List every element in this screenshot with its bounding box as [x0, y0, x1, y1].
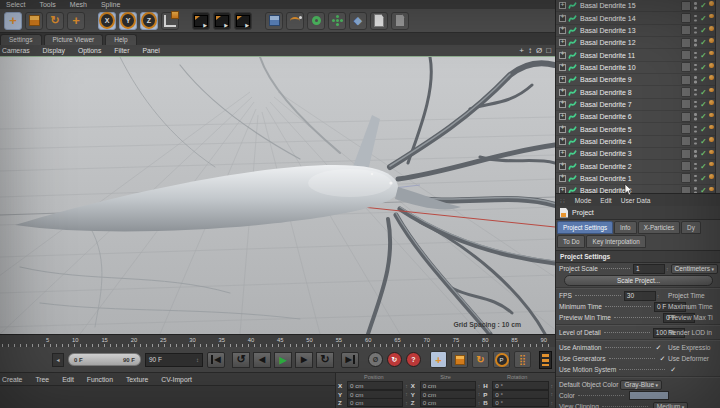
visibility-dots-icon[interactable]: [693, 186, 697, 193]
expand-icon[interactable]: [559, 2, 566, 9]
render-settings-button[interactable]: [234, 12, 252, 30]
menu-item[interactable]: Mesh: [70, 0, 87, 9]
play-button[interactable]: ▶: [274, 352, 292, 368]
use-animation-checkbox[interactable]: ✓: [656, 344, 662, 352]
value-stepper-icon[interactable]: ↕: [551, 391, 554, 397]
value-stepper-icon[interactable]: ↕: [478, 400, 481, 406]
enable-toggle[interactable]: ✓: [699, 26, 708, 35]
timeline-ruler[interactable]: 51015202530354045505560657075808590: [0, 334, 555, 347]
dolly-view-icon[interactable]: ↕: [528, 46, 532, 56]
editor-visibility-dot[interactable]: [709, 150, 714, 155]
visibility-dots-icon[interactable]: [693, 100, 697, 109]
editor-visibility-dot[interactable]: [709, 113, 714, 118]
visibility-dots-icon[interactable]: [693, 1, 697, 10]
enable-toggle[interactable]: ✓: [699, 63, 708, 72]
value-stepper-icon[interactable]: ↕: [551, 383, 554, 389]
layer-icon[interactable]: [681, 38, 691, 48]
visibility-dots-icon[interactable]: [693, 125, 697, 134]
editor-visibility-dot[interactable]: [709, 187, 714, 192]
object-row[interactable]: Basal Dendrite 12 ✓: [556, 37, 720, 49]
axis-lock-button[interactable]: Z: [140, 12, 158, 30]
autokey-time-button[interactable]: ↻: [387, 352, 402, 367]
material-menu-item[interactable]: Function: [87, 376, 113, 383]
expand-icon[interactable]: [559, 15, 566, 22]
section-header[interactable]: Project Settings: [556, 250, 720, 263]
visibility-dots-icon[interactable]: [693, 137, 697, 146]
material-menu-item[interactable]: Edit: [62, 376, 74, 383]
material-menu-item[interactable]: Create: [2, 376, 22, 383]
enable-toggle[interactable]: ✓: [699, 88, 708, 97]
visibility-dots-icon[interactable]: [693, 75, 697, 84]
unit-dropdown[interactable]: Centimeters: [671, 264, 718, 274]
array-generator-button[interactable]: [328, 12, 346, 30]
expand-icon[interactable]: [559, 150, 566, 157]
attribute-tab[interactable]: X-Particles: [638, 221, 680, 234]
value-stepper-icon[interactable]: ↕: [657, 293, 660, 299]
editor-visibility-dot[interactable]: [709, 26, 714, 31]
layer-icon[interactable]: [681, 149, 691, 159]
value-stepper-icon[interactable]: ↕: [478, 391, 481, 397]
fps-field[interactable]: 30: [624, 291, 656, 301]
enable-toggle[interactable]: ✓: [699, 38, 708, 47]
previous-frame-button[interactable]: ◀: [253, 352, 271, 368]
expand-icon[interactable]: [559, 175, 566, 182]
axis-lock-button[interactable]: X: [98, 12, 116, 30]
enable-toggle[interactable]: ✓: [699, 137, 708, 146]
layer-icon[interactable]: [681, 124, 691, 134]
om-menu-item[interactable]: Edit: [600, 197, 611, 204]
enable-toggle[interactable]: ✓: [699, 112, 708, 121]
object-row[interactable]: Basal Dendrite 2 ✓: [556, 160, 720, 172]
help-button[interactable]: ?: [406, 352, 421, 367]
expand-icon[interactable]: [559, 113, 566, 120]
editor-visibility-dot[interactable]: [709, 63, 714, 68]
enable-toggle[interactable]: ✓: [699, 149, 708, 158]
play-backwards-button[interactable]: ↺: [232, 352, 250, 368]
visibility-dots-icon[interactable]: [693, 88, 697, 97]
enable-toggle[interactable]: ✓: [699, 100, 708, 109]
object-row[interactable]: Basal Dendrite 0 ✓: [556, 185, 720, 193]
layer-icon[interactable]: [681, 99, 691, 109]
value-stepper-icon[interactable]: ↕: [478, 383, 481, 389]
expand-icon[interactable]: [559, 126, 566, 133]
viewport-menu-item[interactable]: Display: [43, 47, 65, 54]
editor-visibility-dot[interactable]: [709, 162, 714, 167]
object-row[interactable]: Basal Dendrite 14 ✓: [556, 12, 720, 24]
object-manager-scrollbar[interactable]: [715, 0, 720, 193]
value-stepper-icon[interactable]: ↕: [405, 400, 408, 406]
coordinate-value-field[interactable]: 0 cm: [420, 398, 476, 407]
editor-visibility-dot[interactable]: [709, 1, 714, 6]
viewport-menu-item[interactable]: Filter: [114, 47, 129, 54]
visibility-dots-icon[interactable]: [693, 162, 697, 171]
add-cube-button[interactable]: [265, 12, 283, 30]
visibility-dots-icon[interactable]: [693, 174, 697, 183]
attribute-tab[interactable]: To Do: [557, 235, 585, 248]
menu-item[interactable]: Select: [6, 0, 25, 9]
expand-icon[interactable]: [559, 52, 566, 59]
goto-end-button[interactable]: ▶: [341, 352, 359, 368]
range-stepper[interactable]: ◂: [52, 353, 64, 367]
timeline-palette-icon[interactable]: [539, 351, 552, 369]
maximize-view-icon[interactable]: □: [546, 46, 551, 56]
value-stepper-icon[interactable]: ↕: [405, 391, 408, 397]
spline-pen-button[interactable]: [286, 12, 304, 30]
attribute-tab[interactable]: Info: [614, 221, 637, 234]
editor-visibility-dot[interactable]: [709, 75, 714, 80]
expand-icon[interactable]: [559, 76, 566, 83]
preview-range-slider[interactable]: 0 F 90 F: [68, 353, 141, 366]
project-scale-field[interactable]: 1: [633, 264, 665, 274]
zoom-view-icon[interactable]: Ø: [536, 46, 542, 56]
enable-toggle[interactable]: ✓: [699, 162, 708, 171]
expand-icon[interactable]: [559, 89, 566, 96]
layer-icon[interactable]: [681, 161, 691, 171]
render-picture-viewer-button[interactable]: [213, 12, 231, 30]
layer-icon[interactable]: [681, 87, 691, 97]
material-manager-area[interactable]: [0, 386, 335, 408]
coordinate-system-button[interactable]: [161, 12, 179, 30]
visibility-dots-icon[interactable]: [693, 149, 697, 158]
object-row[interactable]: Basal Dendrite 11 ✓: [556, 49, 720, 61]
enable-toggle[interactable]: ✓: [699, 14, 708, 23]
render-view-button[interactable]: [192, 12, 210, 30]
editor-visibility-dot[interactable]: [709, 174, 714, 179]
layer-icon[interactable]: [681, 75, 691, 85]
subdivision-surface-button[interactable]: [307, 12, 325, 30]
